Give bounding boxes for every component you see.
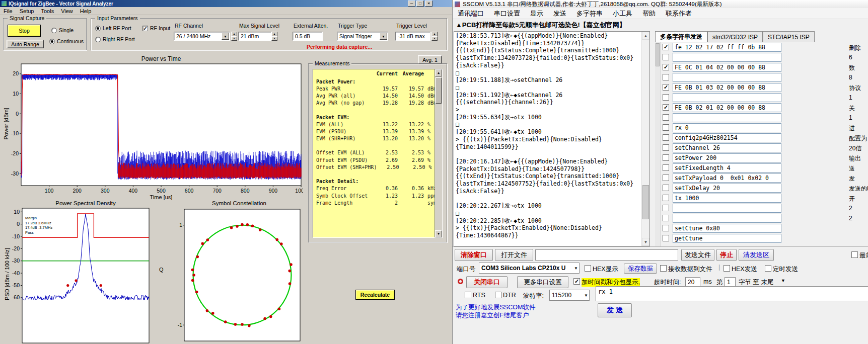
continuous-radio[interactable] [49,39,55,44]
send-button[interactable]: 发 送 [598,303,632,317]
row-checkbox[interactable] [663,215,669,221]
more-port-settings-button[interactable]: 更多串口设置 [517,276,568,288]
row-string-input[interactable]: rx 0 [673,123,781,132]
row-checkbox[interactable] [663,235,669,241]
row-string-input[interactable]: fe 12 02 17 02 ff ff 0b 88 [673,43,781,52]
row-checkbox[interactable] [663,74,669,80]
row-comment[interactable]: 1 [849,114,868,121]
open-file-button[interactable]: 打开文件 [495,249,533,261]
row-checkbox[interactable] [663,144,669,151]
menu-item[interactable]: 多字符串 [571,8,608,19]
timed-send-checkbox[interactable] [765,265,771,272]
row-string-input[interactable]: setCtune 0x80 [673,224,781,233]
row-comment[interactable]: 关 [849,104,868,113]
menu-item[interactable]: 串口设置 [489,8,525,19]
row-checkbox[interactable] [663,94,669,101]
row-string-input[interactable]: tx 1000 [673,194,781,203]
row-string-input[interactable]: FE 0B 01 03 02 00 00 00 88 [673,83,781,92]
menu-item[interactable]: View [57,8,77,15]
timeout-input[interactable]: 20 [685,277,700,287]
trigger-type-select[interactable]: Signal Trigger ▼ [337,32,388,41]
row-comment[interactable]: 发 [849,175,868,183]
dtr-checkbox[interactable] [495,292,501,298]
chevron-down-icon[interactable]: ▼ [380,33,387,40]
row-string-input[interactable] [673,214,781,223]
terminal-scrollbar[interactable]: ▲ ▼ [641,32,649,246]
row-comment[interactable]: 2 [849,205,868,212]
single-radio[interactable] [51,28,57,33]
recalculate-button[interactable]: Recalculate [355,290,395,300]
menu-item[interactable]: Tools [37,8,57,15]
scroll-down-icon[interactable]: ▼ [435,230,442,237]
row-comment[interactable]: 开 [849,195,868,203]
row-checkbox[interactable] [663,164,669,171]
row-string-input[interactable] [673,73,781,82]
row-comment[interactable]: 输出 [849,154,868,163]
row-comment[interactable]: 协议 [849,84,868,93]
row-checkbox[interactable] [663,104,669,111]
external-atten-field[interactable]: 0.5 dB [293,32,323,41]
row-comment[interactable]: 数 [849,64,868,72]
row-comment[interactable]: 送 [849,164,868,173]
menu-item[interactable]: Setup [16,8,38,15]
left-rf-port-radio[interactable] [95,26,101,31]
row-string-input[interactable]: FE 0C 01 04 02 00 00 00 88 [673,63,781,72]
sscom-titlebar[interactable]: SSCOM V5.13.1 串口/网络数据调试器,作者:大虾丁丁,2618058… [453,0,868,8]
row-checkbox[interactable] [663,205,669,211]
row-string-input[interactable] [673,93,781,102]
rf-input-checkbox[interactable] [142,26,148,31]
rts-checkbox[interactable] [465,292,471,298]
avg-button[interactable]: Avg. 1 [418,55,442,64]
multisend-scrollbar[interactable] [655,42,661,246]
scrollbar-thumb[interactable] [642,185,649,219]
row-comment[interactable]: 20信 [849,144,868,153]
row-string-input[interactable]: setChannel 26 [673,143,781,152]
rf-channel-select[interactable]: 26 / 2480 MHz ▼ [174,32,230,41]
row-comment[interactable]: 进 [849,124,868,133]
row-comment[interactable]: 发送的时 [849,185,868,193]
send-file-button[interactable]: 发送文件 [681,249,714,261]
row-checkbox[interactable] [663,175,669,181]
row-comment[interactable]: 8 [849,74,868,81]
tab-stc-isp[interactable]: STC/IAP15 ISP [763,31,815,42]
menu-item[interactable]: 帮助 [637,8,661,19]
right-rf-port-radio[interactable] [95,37,101,42]
row-string-input[interactable] [673,113,781,122]
promo-line-2[interactable]: 请您注册嘉立创F结尾客户 [456,311,529,320]
measurements-scrollbar[interactable]: ▲ ▼ [435,69,442,237]
menu-item[interactable]: 小工具 [608,8,637,19]
chevron-down-icon[interactable]: ▼ [584,293,588,298]
row-comment[interactable]: 1 [849,94,868,101]
recv-to-file-checkbox[interactable] [660,265,667,272]
auto-range-button[interactable]: Auto Range [7,40,44,48]
menu-item[interactable]: File [0,8,16,15]
stop-button[interactable]: Stop [8,25,41,37]
row-checkbox[interactable] [663,225,669,231]
menu-item[interactable]: 显示 [525,8,548,19]
row-checkbox[interactable] [663,64,669,70]
scrollbar-thumb[interactable] [656,43,660,66]
row-checkbox[interactable] [663,114,669,121]
scroll-up-icon[interactable]: ▲ [642,32,649,40]
vsa-titlebar[interactable]: IQsignal for ZigBee - Vector Signal Anal… [0,0,452,7]
row-string-input[interactable]: FE 0B 02 01 02 00 00 00 88 [673,103,781,112]
promo-line-1[interactable]: 为了更好地发展SSCOM软件 [456,303,535,312]
row-checkbox[interactable] [663,124,669,131]
row-checkbox[interactable] [663,134,669,141]
row-comment[interactable]: 6 [849,54,868,61]
row-checkbox[interactable] [663,185,669,191]
tab-multisend[interactable]: 多条字符串发送 [655,31,707,42]
close-icon[interactable]: × [425,1,432,7]
terminal-log[interactable]: [20:18:53.713]收←◆{{(appMode)}{None:Enabl… [454,31,650,246]
row-checkbox[interactable] [663,84,669,91]
chevron-down-icon[interactable]: ▼ [222,33,229,40]
row-checkbox[interactable] [663,154,669,161]
maximize-icon[interactable]: □ [416,1,424,7]
stop-send-button[interactable]: 停止 [716,249,737,261]
timestamp-checkbox[interactable]: ✓ [573,278,580,285]
byte-index-input[interactable]: 1 [725,277,736,287]
menu-item[interactable]: 联系作者 [661,8,697,19]
hex-display-checkbox[interactable] [585,265,591,272]
hex-send-checkbox[interactable] [724,265,730,272]
scrollbar-thumb[interactable] [436,77,442,104]
